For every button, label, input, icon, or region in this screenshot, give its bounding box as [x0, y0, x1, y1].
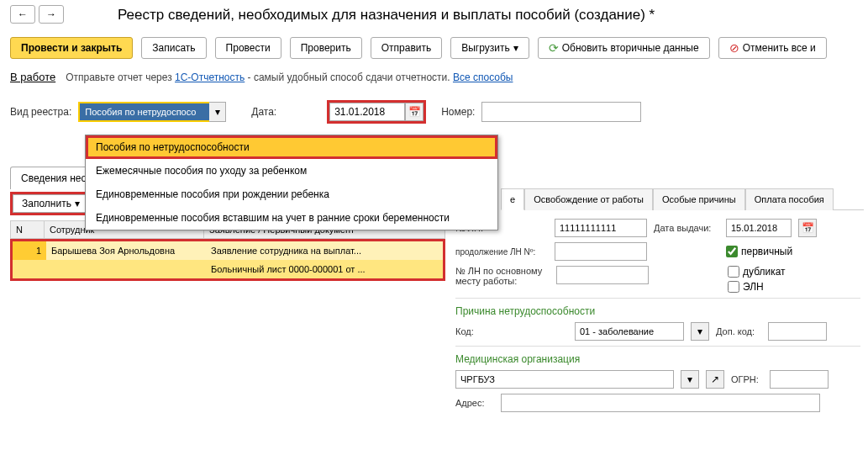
calendar-button[interactable]: 📅 [405, 103, 423, 121]
back-button[interactable]: ← [10, 5, 35, 24]
check-button[interactable]: Проверить [290, 37, 362, 59]
all-methods-link[interactable]: Все способы [453, 71, 513, 83]
issue-date-label: Дата выдачи: [654, 223, 719, 233]
ln-input[interactable] [555, 219, 647, 237]
submit-button[interactable]: Провести [215, 37, 281, 59]
tab-r-1[interactable]: Освобождение от работы [524, 188, 653, 210]
issue-date-calendar[interactable]: 📅 [798, 219, 817, 237]
kind-field[interactable] [78, 102, 226, 122]
calendar-icon: 📅 [802, 222, 814, 234]
cancel-all-button[interactable]: ⊘Отменить все и [718, 37, 827, 59]
table-row[interactable]: Больничный лист 0000-000001 от ... [13, 260, 443, 278]
primary-checkbox[interactable] [726, 246, 738, 257]
ln-main-label: № ЛН по основному месту работы: [455, 266, 550, 286]
chevron-down-icon: ▾ [513, 42, 518, 54]
duplicate-checkbox[interactable] [728, 266, 739, 278]
page-title: Реестр сведений, необходимых для назначе… [118, 5, 655, 24]
ogrn-label: ОГРН: [731, 374, 763, 384]
table-row[interactable]: 1 Барышева Зоя Арнольдовна Заявление сот… [13, 241, 443, 260]
refresh-button[interactable]: ⟳Обновить вторичные данные [538, 37, 710, 59]
med-dropdown[interactable]: ▾ [681, 370, 699, 389]
chevron-down-icon: ▾ [697, 326, 702, 337]
code-label: Код: [455, 326, 479, 336]
med-open[interactable]: ↗ [706, 370, 724, 389]
fill-button[interactable]: Заполнить▾ [13, 194, 89, 213]
dropdown-item[interactable]: Единовременные пособия при рождении ребе… [86, 183, 497, 206]
reporting-link[interactable]: 1С-Отчетность [175, 71, 245, 83]
addcode-label: Доп. код: [716, 326, 761, 336]
tab-r-0[interactable]: е [501, 188, 524, 210]
address-input[interactable] [501, 394, 820, 412]
export-button[interactable]: Выгрузить▾ [450, 37, 529, 59]
dropdown-item[interactable]: Ежемесячные пособия по уходу за ребенком [86, 159, 497, 183]
dropdown-item[interactable]: Пособия по нетрудоспособности [86, 135, 497, 159]
date-input[interactable] [329, 103, 405, 121]
open-icon: ↗ [711, 373, 719, 385]
med-section-title: Медицинская организация [455, 353, 860, 365]
date-label: Дата: [251, 106, 276, 118]
send-button[interactable]: Отправить [371, 37, 443, 59]
cancel-icon: ⊘ [729, 41, 739, 55]
submit-close-button[interactable]: Провести и закрыть [10, 37, 133, 59]
chevron-down-icon: ▾ [687, 373, 692, 385]
code-input[interactable] [575, 322, 684, 341]
med-org-input[interactable] [455, 370, 674, 389]
ln-main-input[interactable] [556, 266, 649, 284]
calendar-icon: 📅 [408, 106, 421, 118]
tab-r-3[interactable]: Оплата пособия [745, 188, 834, 210]
kind-combobox[interactable]: ▾ [78, 102, 226, 122]
continuation-input[interactable] [555, 242, 647, 261]
forward-button[interactable]: → [39, 5, 64, 24]
dropdown-item[interactable]: Единовременные пособия вставшим на учет … [86, 206, 497, 230]
kind-dropdown-menu: Пособия по нетрудоспособности Ежемесячны… [85, 135, 498, 230]
number-label: Номер: [441, 106, 475, 118]
address-label: Адрес: [455, 398, 494, 408]
status-hint: Отправьте отчет через 1С-Отчетность - са… [66, 71, 513, 83]
status-state[interactable]: В работе [10, 71, 55, 83]
col-n: N [11, 221, 45, 239]
issue-date-input[interactable] [726, 219, 792, 237]
eln-checkbox[interactable] [728, 281, 739, 293]
chevron-down-icon: ▾ [75, 198, 80, 209]
chevron-down-icon: ▾ [215, 106, 220, 118]
number-input[interactable] [481, 102, 641, 122]
ogrn-input[interactable] [770, 370, 829, 389]
tab-r-2[interactable]: Особые причины [653, 188, 745, 210]
kind-dropdown-button[interactable]: ▾ [209, 102, 226, 122]
save-button[interactable]: Записать [141, 37, 206, 59]
kind-label: Вид реестра: [10, 106, 71, 118]
continuation-label: продолжение ЛН Nº: [455, 247, 548, 257]
refresh-icon: ⟳ [549, 41, 559, 55]
reason-section-title: Причина нетрудоспособности [455, 305, 860, 317]
addcode-input[interactable] [768, 322, 827, 341]
code-dropdown[interactable]: ▾ [691, 322, 709, 341]
